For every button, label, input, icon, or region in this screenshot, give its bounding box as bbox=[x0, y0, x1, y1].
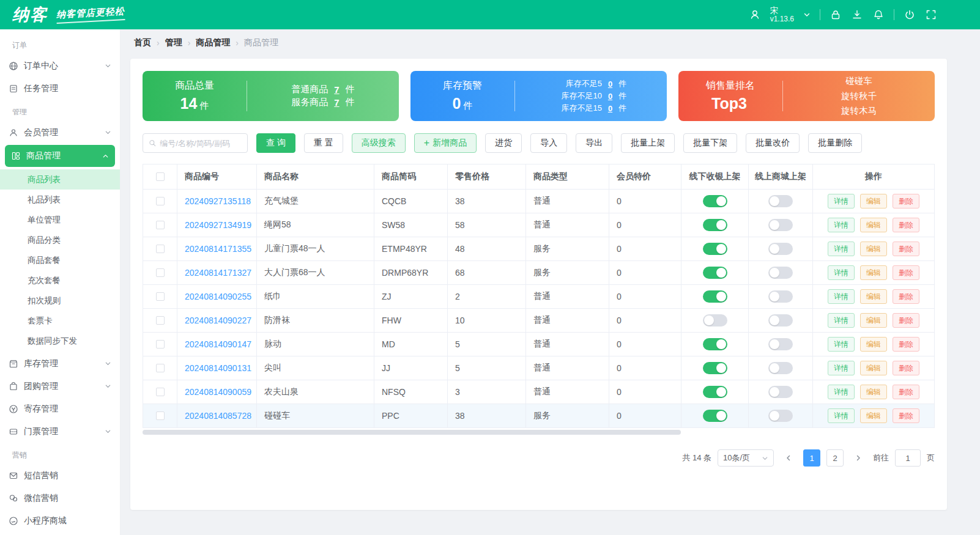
delete-button[interactable]: 删除 bbox=[893, 408, 919, 423]
prev-page-button[interactable] bbox=[780, 449, 797, 467]
delete-button[interactable]: 删除 bbox=[893, 289, 919, 304]
product-code-link[interactable]: 20240814090255 bbox=[185, 292, 251, 301]
edit-button[interactable]: 编辑 bbox=[860, 313, 887, 328]
offline-shelf-toggle[interactable] bbox=[703, 195, 727, 207]
export-button[interactable]: 导出 bbox=[576, 133, 612, 153]
edit-button[interactable]: 编辑 bbox=[860, 289, 887, 304]
sidebar-item-member[interactable]: 会员管理 bbox=[0, 121, 120, 144]
sidebar-item-task[interactable]: 任务管理 bbox=[0, 77, 120, 100]
online-shelf-toggle[interactable] bbox=[768, 410, 793, 422]
batch-off-shelf-button[interactable]: 批量下架 bbox=[683, 133, 737, 153]
online-shelf-toggle[interactable] bbox=[768, 314, 793, 327]
product-code-link[interactable]: 20240927135118 bbox=[185, 196, 251, 206]
next-page-button[interactable] bbox=[850, 449, 867, 467]
page-button-1[interactable]: 1 bbox=[803, 449, 820, 467]
product-code-link[interactable]: 20240814171355 bbox=[185, 244, 251, 254]
user-menu[interactable]: 宋 v1.13.6 bbox=[770, 6, 794, 24]
edit-button[interactable]: 编辑 bbox=[860, 265, 887, 280]
search-input[interactable] bbox=[160, 139, 242, 148]
product-code-link[interactable]: 20240814090059 bbox=[185, 387, 251, 397]
submenu-item[interactable]: 套票卡 bbox=[0, 311, 120, 331]
row-checkbox[interactable] bbox=[156, 340, 165, 349]
batch-on-shelf-button[interactable]: 批量上架 bbox=[621, 133, 675, 153]
batch-reprice-button[interactable]: 批量改价 bbox=[746, 133, 800, 153]
row-checkbox[interactable] bbox=[156, 245, 165, 253]
chevron-down-icon[interactable] bbox=[803, 11, 811, 18]
advanced-search-button[interactable]: 高级搜索 bbox=[352, 133, 406, 153]
offline-shelf-toggle[interactable] bbox=[703, 314, 727, 327]
row-checkbox[interactable] bbox=[156, 221, 165, 229]
edit-button[interactable]: 编辑 bbox=[860, 408, 887, 423]
delete-button[interactable]: 删除 bbox=[893, 313, 919, 328]
detail-button[interactable]: 详情 bbox=[828, 242, 855, 256]
submenu-item[interactable]: 商品套餐 bbox=[0, 250, 120, 270]
product-code-link[interactable]: 20240814171327 bbox=[185, 268, 251, 278]
select-all-checkbox[interactable] bbox=[156, 172, 165, 181]
breadcrumb-manage[interactable]: 管理 bbox=[165, 37, 182, 48]
purchase-button[interactable]: 进货 bbox=[485, 133, 522, 153]
sidebar-item-inventory[interactable]: 库存管理 bbox=[0, 352, 120, 375]
scrollbar-thumb[interactable] bbox=[143, 430, 681, 435]
detail-button[interactable]: 详情 bbox=[828, 194, 855, 208]
sidebar-item-goods[interactable]: 商品管理 bbox=[5, 145, 115, 167]
edit-button[interactable]: 编辑 bbox=[860, 242, 887, 256]
detail-button[interactable]: 详情 bbox=[828, 218, 855, 232]
delete-button[interactable]: 删除 bbox=[893, 361, 919, 375]
sidebar-item-deposit[interactable]: 寄存管理 bbox=[0, 397, 120, 420]
page-size-select[interactable]: 10条/页 bbox=[718, 449, 774, 467]
delete-button[interactable]: 删除 bbox=[893, 265, 919, 280]
edit-button[interactable]: 编辑 bbox=[860, 361, 887, 375]
download-icon[interactable] bbox=[851, 9, 863, 21]
submenu-item[interactable]: 礼品列表 bbox=[0, 190, 120, 210]
online-shelf-toggle[interactable] bbox=[768, 386, 793, 398]
sidebar-item-wechat[interactable]: 微信营销 bbox=[0, 487, 120, 509]
detail-button[interactable]: 详情 bbox=[828, 265, 855, 280]
product-code-link[interactable]: 20240814090227 bbox=[185, 315, 251, 325]
offline-shelf-toggle[interactable] bbox=[703, 243, 727, 255]
offline-shelf-toggle[interactable] bbox=[703, 386, 727, 398]
row-checkbox[interactable] bbox=[156, 388, 165, 396]
import-button[interactable]: 导入 bbox=[530, 133, 567, 153]
submenu-item[interactable]: 充次套餐 bbox=[0, 270, 120, 290]
sidebar-item-groupbuy[interactable]: 团购管理 bbox=[0, 375, 120, 397]
row-checkbox[interactable] bbox=[156, 268, 165, 277]
submenu-item[interactable]: 数据同步下发 bbox=[0, 331, 120, 351]
submenu-item[interactable]: 单位管理 bbox=[0, 210, 120, 230]
bell-icon[interactable] bbox=[872, 9, 885, 21]
offline-shelf-toggle[interactable] bbox=[703, 410, 727, 422]
offline-shelf-toggle[interactable] bbox=[703, 338, 727, 350]
sidebar-item-ticket[interactable]: 门票管理 bbox=[0, 420, 120, 443]
power-icon[interactable] bbox=[904, 9, 916, 21]
submenu-item[interactable]: 商品分类 bbox=[0, 230, 120, 250]
delete-button[interactable]: 删除 bbox=[893, 194, 919, 208]
product-code-link[interactable]: 20240927134919 bbox=[185, 220, 251, 230]
delete-button[interactable]: 删除 bbox=[893, 242, 919, 256]
edit-button[interactable]: 编辑 bbox=[860, 385, 887, 399]
online-shelf-toggle[interactable] bbox=[768, 338, 793, 350]
online-shelf-toggle[interactable] bbox=[768, 195, 793, 207]
row-checkbox[interactable] bbox=[156, 411, 165, 420]
search-button[interactable]: 查 询 bbox=[256, 133, 295, 153]
row-checkbox[interactable] bbox=[156, 197, 165, 205]
detail-button[interactable]: 详情 bbox=[828, 361, 855, 375]
row-checkbox[interactable] bbox=[156, 316, 165, 325]
lock-icon[interactable] bbox=[830, 9, 842, 21]
row-checkbox[interactable] bbox=[156, 364, 165, 372]
online-shelf-toggle[interactable] bbox=[768, 243, 793, 255]
product-code-link[interactable]: 20240814090131 bbox=[185, 363, 251, 373]
sidebar-item-order-center[interactable]: 订单中心 bbox=[0, 54, 120, 77]
reset-button[interactable]: 重 置 bbox=[304, 133, 343, 153]
detail-button[interactable]: 详情 bbox=[828, 385, 855, 399]
detail-button[interactable]: 详情 bbox=[828, 337, 855, 352]
detail-button[interactable]: 详情 bbox=[828, 289, 855, 304]
user-icon[interactable] bbox=[749, 9, 761, 21]
fullscreen-icon[interactable] bbox=[925, 9, 937, 21]
add-product-button[interactable]: +新增商品 bbox=[414, 133, 477, 153]
goto-page-input[interactable] bbox=[895, 449, 921, 467]
sidebar-item-sms[interactable]: 短信营销 bbox=[0, 464, 120, 487]
sidebar-item-miniapp-mall[interactable]: 小程序商城 bbox=[0, 509, 120, 532]
submenu-item[interactable]: 扣次规则 bbox=[0, 290, 120, 311]
online-shelf-toggle[interactable] bbox=[768, 219, 793, 231]
batch-delete-button[interactable]: 批量删除 bbox=[808, 133, 862, 153]
online-shelf-toggle[interactable] bbox=[768, 267, 793, 279]
